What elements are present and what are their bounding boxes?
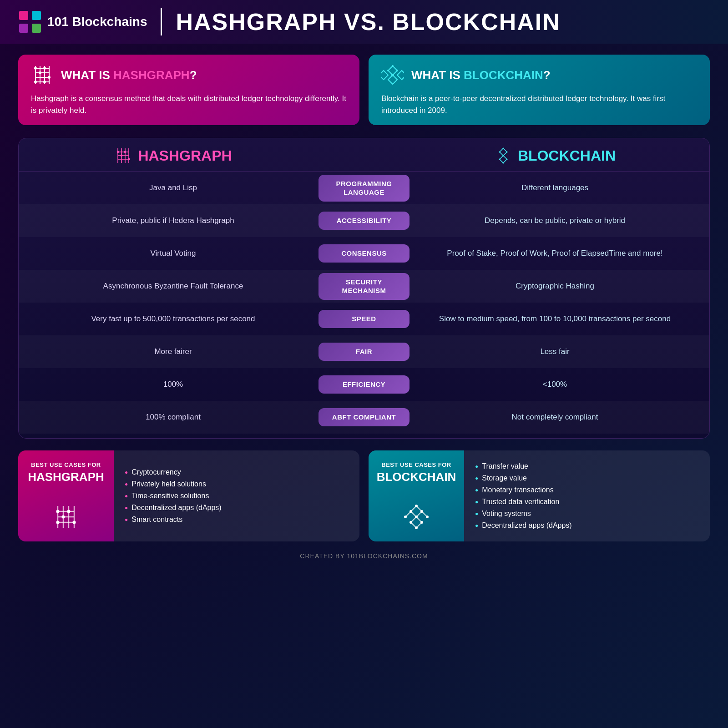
comparison-blockchain-label: BLOCKCHAIN [518,147,616,164]
hashgraph-icon [31,64,54,86]
comp-left-value: Private, public if Hedera Hashgraph [28,212,318,230]
blockchain-table-icon [494,147,512,165]
comp-center-label: PROGRAMMINGLANGUAGE [318,175,410,202]
comparison-row: Virtual Voting CONSENSUS Proof of Stake,… [19,237,709,270]
comparison-row: 100% EFFICIENCY <100% [19,368,709,401]
svg-marker-20 [381,71,388,80]
use-case-hashgraph-title-top: BEST USE CASES FOR [28,461,104,468]
svg-point-54 [56,510,59,513]
list-item: Cryptocurrency [125,468,349,476]
intro-card-hashgraph-header: WHAT IS HASHGRAPH? [31,64,347,86]
svg-point-43 [502,155,504,156]
use-case-card-blockchain: BEST USE CASES FOR BLOCKCHAIN Transfer v… [369,450,710,541]
list-item: Transfer value [475,462,699,470]
svg-point-24 [392,65,394,67]
svg-point-71 [426,516,429,518]
comparison-rows: Java and Lisp PROGRAMMINGLANGUAGE Differ… [19,172,709,434]
comp-center-label: SECURITYMECHANISM [318,273,410,300]
comp-right-value: <100% [410,375,700,394]
comp-left-value: More fairer [28,343,318,361]
svg-point-35 [121,155,123,157]
intro-card-blockchain: WHAT IS BLOCKCHAIN? Blockchain is a peer… [369,55,710,125]
intro-section: WHAT IS HASHGRAPH? Hashgraph is a consen… [0,44,728,132]
svg-point-55 [61,515,65,518]
comp-header-center [318,147,410,165]
comp-left-value: 100% compliant [28,408,318,426]
svg-marker-60 [411,517,422,528]
svg-point-25 [396,70,398,71]
comparison-hashgraph-label: HASHGRAPH [138,147,232,164]
comp-left-value: 100% [28,375,318,394]
header-divider [161,8,162,35]
svg-point-63 [415,505,418,507]
comp-center-label: CONSENSUS [318,244,410,263]
svg-point-46 [502,162,504,163]
comp-header-hashgraph: HASHGRAPH [28,147,318,165]
header-title: HASHGRAPH VS. BLOCKCHAIN [176,8,560,35]
list-item: Time-sensitive solutions [125,492,349,500]
comparison-row: More fairer FAIR Less fair [19,335,709,368]
svg-rect-3 [32,24,41,33]
svg-point-23 [391,74,394,76]
list-item: Trusted data verification [475,498,699,506]
svg-point-56 [67,510,70,513]
comp-right-value: Cryptographic Hashing [410,277,700,295]
comp-center-label: ACCESSIBILITY [318,212,410,230]
comp-right-value: Depends, can be public, private or hybri… [410,212,700,230]
intro-card-hashgraph: WHAT IS HASHGRAPH? Hashgraph is a consen… [18,55,359,125]
blockchain-icon [381,64,404,86]
svg-point-14 [43,67,46,70]
svg-marker-21 [397,71,404,80]
comp-left-value: Very fast up to 500,000 transactions per… [28,310,318,328]
logo-text: 101 Blockchains [47,15,147,29]
hashgraph-use-icon [52,503,80,531]
list-item: Decentralized apps (dApps) [475,521,699,530]
svg-point-41 [506,151,507,152]
comp-header-blockchain: BLOCKCHAIN [410,147,700,165]
svg-rect-1 [32,11,41,20]
svg-point-17 [43,81,46,83]
svg-point-37 [128,158,130,161]
svg-point-34 [117,151,119,153]
svg-marker-39 [500,156,507,163]
svg-point-44 [506,158,507,160]
list-item: Monetary transactions [475,486,699,494]
intro-hashgraph-body: Hashgraph is a consensus method that dea… [31,93,347,116]
comp-center-label: ABFT COMPLIANT [318,408,410,426]
svg-point-13 [39,71,41,74]
svg-point-36 [124,151,126,153]
list-item: Voting systems [475,510,699,518]
use-case-card-hashgraph: BEST USE CASES FOR HASHGRAPH Cryptocurre… [18,450,359,541]
svg-point-65 [410,510,412,513]
svg-point-45 [499,158,500,160]
comparison-row: Very fast up to 500,000 transactions per… [19,303,709,335]
use-case-blockchain-label: BEST USE CASES FOR BLOCKCHAIN [369,450,464,541]
svg-point-42 [499,151,500,152]
svg-point-69 [415,526,418,529]
footer-text: CREATED BY 101BLOCKCHAINS.COM [300,552,428,560]
intro-card-blockchain-header: WHAT IS BLOCKCHAIN? [381,64,697,86]
svg-point-26 [387,70,389,71]
comp-right-value: Not completely compliant [410,408,700,426]
svg-point-15 [48,76,51,79]
comp-right-value: Proof of Stake, Proof of Work, Proof of … [410,244,700,263]
comparison-header: HASHGRAPH BLOCKCHAIN [19,147,709,172]
svg-marker-38 [500,148,507,156]
comp-center-label: EFFICIENCY [318,375,410,394]
comp-right-value: Slow to medium speed, from 100 to 10,000… [410,310,700,328]
comp-left-value: Java and Lisp [28,179,318,197]
logo-area: 101 Blockchains [18,10,147,34]
svg-point-70 [404,516,407,518]
list-item: Storage value [475,474,699,482]
comparison-section: HASHGRAPH BLOCKCHAIN Java and Lisp PROGR… [18,138,710,439]
blockchain-use-case-items: Transfer valueStorage valueMonetary tran… [464,450,710,541]
header: 101 Blockchains HASHGRAPH VS. BLOCKCHAIN [0,0,728,44]
list-item: Privately held solutions [125,480,349,488]
svg-rect-2 [19,24,28,33]
comparison-row: Java and Lisp PROGRAMMINGLANGUAGE Differ… [19,172,709,204]
svg-point-57 [72,521,76,524]
list-item: Decentralized apps (dApps) [125,504,349,512]
svg-point-67 [420,521,423,524]
list-item: Smart contracts [125,516,349,524]
comp-right-value: Different languages [410,179,700,197]
